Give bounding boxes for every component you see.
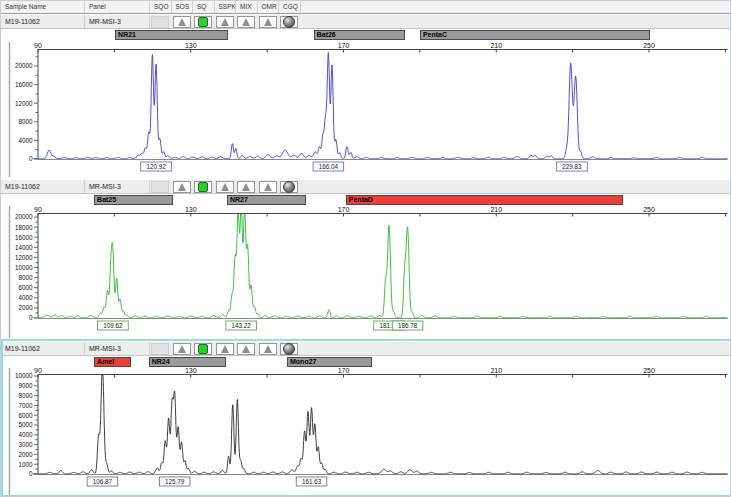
y-tick-label: 18000 xyxy=(15,224,33,231)
marker-bar-pentad[interactable]: PentaD xyxy=(346,195,623,205)
column-header-sos[interactable]: SOS xyxy=(172,1,194,13)
marker-label: Mono27 xyxy=(288,358,371,366)
mix-flag-button[interactable] xyxy=(237,343,255,355)
y-tick-label: 0 xyxy=(29,155,33,162)
y-tick-label: 6000 xyxy=(18,284,33,291)
y-tick-label: 4000 xyxy=(18,431,33,438)
sspk-flag-button[interactable] xyxy=(216,181,234,193)
electropherogram-chart-green[interactable]: 9013017021025002000400060008000100001200… xyxy=(1,206,731,338)
marker-bar-nr21[interactable]: NR21 xyxy=(115,30,228,40)
x-tick-label: 250 xyxy=(643,368,655,374)
marker-row: NR21Bat26PentaC xyxy=(1,29,731,42)
cgq-flag-button[interactable] xyxy=(280,16,298,28)
sample-row[interactable]: M19-11062 MR-MSI-3 xyxy=(1,179,731,194)
peak-label[interactable]: 161.63 xyxy=(296,477,327,486)
marker-row: AmelNR24Mono27 xyxy=(1,356,731,368)
electropherogram-chart-black[interactable]: 9013017021025001000200030004000500060007… xyxy=(1,368,731,496)
marker-bar-nr27[interactable]: NR27 xyxy=(227,195,306,205)
sos-flag-button[interactable] xyxy=(173,343,191,355)
sample-row[interactable]: M19-11062 MR-MSI-3 xyxy=(1,14,731,29)
marker-bar-amel[interactable]: Amel xyxy=(94,357,131,367)
y-tick-label: 1000 xyxy=(18,461,33,468)
trace xyxy=(33,214,728,318)
y-tick-label: 8000 xyxy=(18,274,33,281)
sample-name[interactable]: M19-11062 xyxy=(1,180,85,193)
cgq-flag-button[interactable] xyxy=(280,181,298,193)
panel-name[interactable]: MR-MSI-3 xyxy=(85,342,150,355)
sqo-flag-empty xyxy=(151,343,169,355)
electropherogram-chart-blue[interactable]: 9013017021025004000800012000160002000012… xyxy=(1,42,731,177)
column-header-mix[interactable]: MIX xyxy=(236,1,258,13)
sample-name[interactable]: M19-11062 xyxy=(1,15,85,28)
warning-triangle-icon xyxy=(178,18,186,26)
marker-bar-nr24[interactable]: NR24 xyxy=(149,357,226,367)
peak-label[interactable]: 166.04 xyxy=(313,162,344,171)
x-tick-label: 130 xyxy=(185,206,197,213)
review-circle-icon xyxy=(283,181,295,193)
sq-flag-button[interactable] xyxy=(194,16,212,28)
column-header-sq[interactable]: SQ xyxy=(193,1,215,13)
sspk-flag-button[interactable] xyxy=(216,343,234,355)
y-tick-label: 9000 xyxy=(18,382,33,389)
y-tick-label: 16000 xyxy=(15,234,33,241)
marker-bar-bat25[interactable]: Bat25 xyxy=(94,195,173,205)
omr-flag-button[interactable] xyxy=(259,343,277,355)
y-tick-label: 5000 xyxy=(18,421,33,428)
column-header-sspk[interactable]: SSPK xyxy=(215,1,237,13)
warning-triangle-icon xyxy=(242,345,250,353)
peak-label[interactable]: 186.78 xyxy=(392,321,423,330)
x-tick-label: 250 xyxy=(643,206,655,213)
omr-flag-button[interactable] xyxy=(259,181,277,193)
column-header-sample-name[interactable]: Sample Name xyxy=(1,1,85,13)
y-tick-label: 16000 xyxy=(15,81,33,88)
y-tick-label: 0 xyxy=(29,470,33,477)
sample-row[interactable]: M19-11062 MR-MSI-3 xyxy=(1,341,731,356)
marker-bar-bat26[interactable]: Bat26 xyxy=(314,30,405,40)
y-tick-label: 3000 xyxy=(18,441,33,448)
svg-text:161.63: 161.63 xyxy=(302,478,322,485)
peak-label[interactable]: 120.92 xyxy=(141,162,172,171)
column-header-panel[interactable]: Panel xyxy=(85,1,150,13)
column-header-sqo[interactable]: SQO xyxy=(150,1,172,13)
pass-square-icon xyxy=(198,344,208,354)
column-header-omr[interactable]: OMR xyxy=(258,1,280,13)
y-tick-label: 7000 xyxy=(18,402,33,409)
y-tick-label: 14000 xyxy=(15,244,33,251)
y-tick-label: 20000 xyxy=(15,62,33,69)
marker-bar-mono27[interactable]: Mono27 xyxy=(287,357,372,367)
mix-flag-button[interactable] xyxy=(237,181,255,193)
y-tick-label: 20000 xyxy=(15,213,33,220)
cgq-flag-button[interactable] xyxy=(280,343,298,355)
quality-flags xyxy=(150,15,301,28)
table-header-row: Sample Name Panel SQO SOS SQ SSPK MIX OM… xyxy=(1,1,731,14)
peak-label[interactable]: 106.87 xyxy=(87,477,118,486)
x-tick-label: 210 xyxy=(490,206,502,213)
sample-name[interactable]: M19-11062 xyxy=(1,342,85,355)
panel-name[interactable]: MR-MSI-3 xyxy=(85,180,150,193)
mix-flag-button[interactable] xyxy=(237,16,255,28)
marker-bar-pentac[interactable]: PentaC xyxy=(420,30,651,40)
sspk-flag-button[interactable] xyxy=(216,16,234,28)
svg-text:186.78: 186.78 xyxy=(398,322,418,329)
svg-text:229.83: 229.83 xyxy=(562,163,582,170)
peak-label[interactable]: 143.22 xyxy=(226,321,257,330)
quality-flags xyxy=(150,180,301,193)
x-tick-label: 170 xyxy=(338,42,350,49)
peak-label[interactable]: 125.79 xyxy=(159,477,190,486)
x-tick-label: 210 xyxy=(490,42,502,49)
sos-flag-button[interactable] xyxy=(173,16,191,28)
sq-flag-button[interactable] xyxy=(194,343,212,355)
peak-label[interactable]: 229.83 xyxy=(557,162,588,171)
y-tick-label: 2000 xyxy=(18,304,33,311)
x-tick-label: 130 xyxy=(185,42,197,49)
y-tick-label: 10000 xyxy=(15,264,33,271)
column-header-cgq[interactable]: CGQ xyxy=(279,1,301,13)
omr-flag-button[interactable] xyxy=(259,16,277,28)
sos-flag-button[interactable] xyxy=(173,181,191,193)
peak-label[interactable]: 109.62 xyxy=(98,321,129,330)
sq-flag-button[interactable] xyxy=(194,181,212,193)
x-tick-label: 90 xyxy=(34,368,42,374)
marker-label: PentaC xyxy=(421,31,650,39)
panel-name[interactable]: MR-MSI-3 xyxy=(85,15,150,28)
trace xyxy=(33,375,728,474)
